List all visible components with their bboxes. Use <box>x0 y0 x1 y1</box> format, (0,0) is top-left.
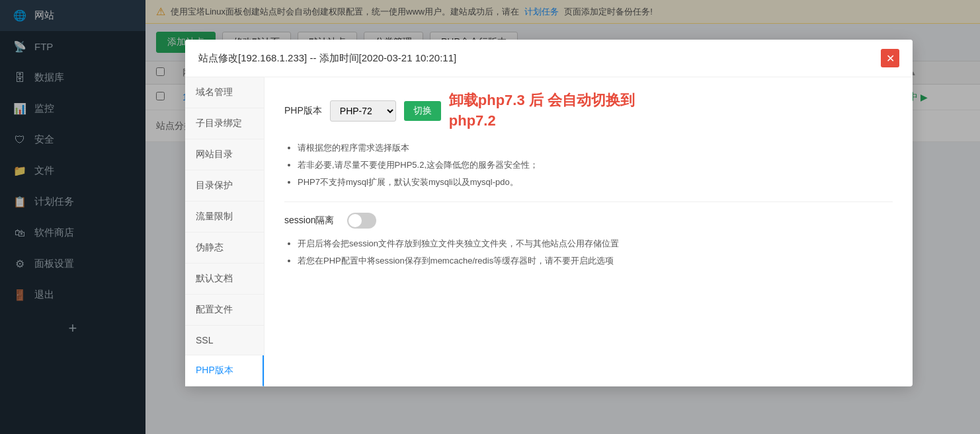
modal-nav-domain[interactable]: 域名管理 <box>185 77 264 108</box>
modal-nav-dirprotect[interactable]: 目录保护 <box>185 170 264 201</box>
modal-overlay: 站点修改[192.168.1.233] -- 添加时间[2020-03-21 1… <box>0 0 980 434</box>
modal-nav-pseudostatic[interactable]: 伪静态 <box>185 233 264 264</box>
modal-nav-configfile[interactable]: 配置文件 <box>185 295 264 326</box>
php-tips-list: 请根据您的程序需求选择版本若非必要,请尽量不要使用PHP5.2,这会降低您的服务… <box>284 142 893 188</box>
php-tip-item: 请根据您的程序需求选择版本 <box>298 142 893 154</box>
modal-header: 站点修改[192.168.1.233] -- 添加时间[2020-03-21 1… <box>185 40 913 77</box>
php-version-row: PHP版本 PHP-54PHP-55PHP-56PHP-70PHP-71PHP-… <box>284 90 893 131</box>
php-version-label: PHP版本 <box>284 105 322 117</box>
modal-nav-traffic[interactable]: 流量限制 <box>185 201 264 233</box>
session-tip-item: 开启后将会把session文件存放到独立文件夹独立文件夹，不与其他站点公用存储位… <box>298 238 893 250</box>
session-toggle[interactable] <box>347 213 376 229</box>
modal: 站点修改[192.168.1.233] -- 添加时间[2020-03-21 1… <box>185 40 913 386</box>
php-switch-notice: 卸载php7.3 后 会自动切换到php7.2 <box>449 90 635 131</box>
modal-close-button[interactable]: ✕ <box>881 49 899 67</box>
modal-nav-phpver[interactable]: PHP版本 <box>185 355 264 386</box>
modal-nav-defaultdoc[interactable]: 默认文档 <box>185 264 264 295</box>
session-row: session隔离 <box>284 213 893 229</box>
section-divider <box>284 201 893 202</box>
php-switch-button[interactable]: 切换 <box>404 101 441 121</box>
php-tip-item: PHP7不支持mysql扩展，默认安装mysqli以及mysql-pdo。 <box>298 176 893 188</box>
session-tip-item: 若您在PHP配置中将session保存到memcache/redis等缓存器时，… <box>298 255 893 267</box>
modal-body: 域名管理子目录绑定网站目录目录保护流量限制伪静态默认文档配置文件SSLPHP版本… <box>185 77 913 386</box>
session-label: session隔离 <box>284 215 334 227</box>
modal-nav-webroot[interactable]: 网站目录 <box>185 139 264 170</box>
modal-title: 站点修改[192.168.1.233] -- 添加时间[2020-03-21 1… <box>198 52 456 65</box>
php-version-select[interactable]: PHP-54PHP-55PHP-56PHP-70PHP-71PHP-72PHP-… <box>330 100 396 122</box>
modal-nav: 域名管理子目录绑定网站目录目录保护流量限制伪静态默认文档配置文件SSLPHP版本 <box>185 77 265 386</box>
modal-nav-ssl[interactable]: SSL <box>185 326 264 355</box>
modal-nav-subdir[interactable]: 子目录绑定 <box>185 108 264 139</box>
session-tips-list: 开启后将会把session文件存放到独立文件夹独立文件夹，不与其他站点公用存储位… <box>284 238 893 267</box>
php-tip-item: 若非必要,请尽量不要使用PHP5.2,这会降低您的服务器安全性； <box>298 159 893 171</box>
modal-content-area: PHP版本 PHP-54PHP-55PHP-56PHP-70PHP-71PHP-… <box>265 77 913 386</box>
